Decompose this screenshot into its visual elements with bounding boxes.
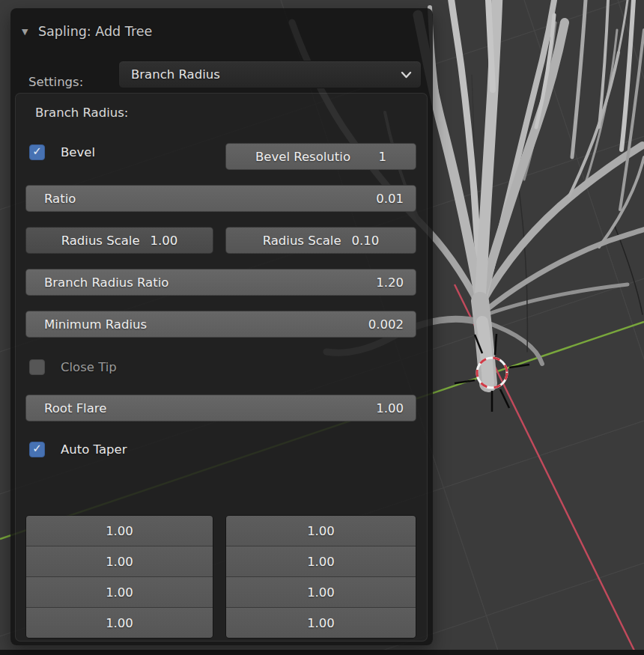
ratio-value: 0.01 [376,192,404,206]
branch-radius-box: Branch Radius: ✓ Bevel Bevel Resolutio 1… [15,93,428,642]
auto-taper-checkbox-row: ✓ Auto Taper [29,441,127,457]
panel-title: Sapling: Add Tree [38,24,152,39]
tweak-radius-value-2: 1.00 [307,555,335,569]
tweak-radius-field[interactable]: 1.00 [226,516,416,546]
settings-dropdown[interactable]: Branch Radius [118,61,422,88]
auto-taper-checkbox[interactable]: ✓ [29,442,45,457]
taper-field[interactable]: 1.00 [26,516,213,546]
bevel-checkbox-row: ✓ Bevel [29,144,95,160]
check-icon: ✓ [32,443,42,454]
auto-taper-label: Auto Taper [61,442,127,457]
settings-label: Settings: [28,68,83,95]
branch-radius-ratio-slider[interactable]: Branch Radius Ratio 1.20 [25,269,416,296]
branch-radius-ratio-value: 1.20 [376,275,404,290]
bevel-resolution-label: Bevel Resolutio [255,150,350,164]
tweak-radius-field[interactable]: 1.00 [226,607,416,638]
check-icon: ✓ [32,146,42,157]
panel-header[interactable]: ▼ Sapling: Add Tree [10,22,433,41]
blender-window: ▼ Sapling: Add Tree Settings: Branch Rad… [0,0,644,655]
taper-value-3: 1.00 [106,585,133,600]
bevel-label: Bevel [61,145,95,159]
statusbar-edge [0,650,644,655]
bevel-resolution-field[interactable]: Bevel Resolutio 1 [225,143,416,170]
taper-field[interactable]: 1.00 [26,576,213,607]
operator-panel: ▼ Sapling: Add Tree Settings: Branch Rad… [10,8,433,645]
taper-field[interactable]: 1.00 [26,607,213,638]
bevel-checkbox[interactable]: ✓ [29,144,45,160]
branch-radius-ratio-label: Branch Radius Ratio [44,275,168,290]
tweak-radius-field[interactable]: 1.00 [226,546,416,576]
minimum-radius-label: Minimum Radius [44,317,147,332]
tweak-radius-value-4: 1.00 [307,616,335,630]
close-tip-checkbox-row: Close Tip [29,359,117,375]
taper-value-4: 1.00 [106,616,133,630]
tweak-radius-field[interactable]: 1.00 [226,576,416,607]
radius-scale-1-label: Radius Scale [61,234,140,248]
radius-scale-2-value: 0.10 [352,234,380,248]
radius-scale-2-label: Radius Scale [263,234,341,248]
taper-value-2: 1.00 [106,555,133,569]
radius-scale-field-2[interactable]: Radius Scale 0.10 [225,227,416,254]
radius-scale-field-1[interactable]: Radius Scale 1.00 [25,227,213,254]
ratio-slider[interactable]: Ratio 0.01 [25,185,416,212]
collapse-triangle-icon[interactable]: ▼ [22,28,34,36]
root-flare-label: Root Flare [44,401,106,415]
taper-value-1: 1.00 [106,524,133,538]
ratio-label: Ratio [44,192,76,206]
taper-column: 1.00 1.00 1.00 1.00 [25,515,213,639]
chevron-down-icon [401,71,412,79]
tweak-radius-value-3: 1.00 [307,585,335,600]
box-heading: Branch Radius: [35,106,128,120]
settings-dropdown-value: Branch Radius [131,67,401,82]
close-tip-checkbox[interactable] [29,359,45,375]
taper-field[interactable]: 1.00 [26,546,213,576]
root-flare-slider[interactable]: Root Flare 1.00 [25,394,416,421]
minimum-radius-slider[interactable]: Minimum Radius 0.002 [25,311,416,338]
tweak-radius-column: 1.00 1.00 1.00 1.00 [225,515,416,639]
minimum-radius-value: 0.002 [368,317,404,332]
close-tip-label: Close Tip [61,360,117,374]
radius-scale-1-value: 1.00 [151,234,178,248]
bevel-resolution-value: 1 [361,150,386,164]
root-flare-value: 1.00 [376,401,404,415]
tweak-radius-value-1: 1.00 [307,524,335,538]
